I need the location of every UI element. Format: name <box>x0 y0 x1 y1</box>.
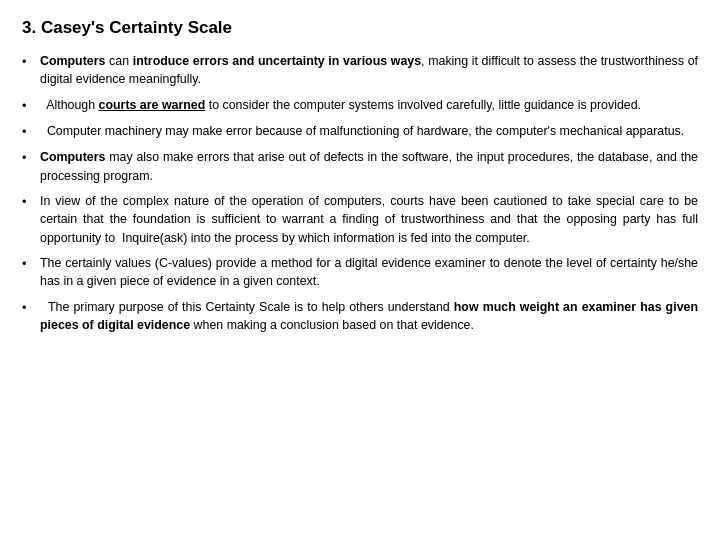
text-span: courts are warned <box>99 98 206 112</box>
bullet-text: The primary purpose of this Certainty Sc… <box>40 298 698 335</box>
bullet-text: Computer machinery may make error becaus… <box>40 122 698 140</box>
list-item: • Although courts are warned to consider… <box>22 96 698 115</box>
text-span: Computers <box>40 150 105 164</box>
text-span: The certainly values (C-values) provide … <box>40 256 698 288</box>
text-span: when making a conclusion based on that e… <box>190 318 474 332</box>
list-item: • Computer machinery may make error beca… <box>22 122 698 141</box>
bullet-dot: • <box>22 192 40 211</box>
bullet-dot: • <box>22 254 40 273</box>
bullet-dot: • <box>22 96 40 115</box>
list-item: • The certainly values (C-values) provid… <box>22 254 698 291</box>
bullet-text: Computers can introduce errors and uncer… <box>40 52 698 89</box>
text-span: In view of the complex nature of the ope… <box>40 194 698 245</box>
bullet-text: In view of the complex nature of the ope… <box>40 192 698 247</box>
bullet-dot: • <box>22 298 40 317</box>
text-span: Although <box>40 98 99 112</box>
bullet-dot: • <box>22 52 40 71</box>
text-span: to consider the computer systems involve… <box>205 98 641 112</box>
text-span: Computers <box>40 54 105 68</box>
list-item: • Computers can introduce errors and unc… <box>22 52 698 89</box>
text-span: introduce errors and uncertainty in vari… <box>133 54 421 68</box>
list-item: • Computers may also make errors that ar… <box>22 148 698 185</box>
bullet-dot: • <box>22 148 40 167</box>
page-title: 3. Casey's Certainty Scale <box>22 18 698 38</box>
text-span: can <box>105 54 132 68</box>
bullet-dot: • <box>22 122 40 141</box>
bullet-list: • Computers can introduce errors and unc… <box>22 52 698 334</box>
bullet-text: Although courts are warned to consider t… <box>40 96 698 114</box>
bullet-text: Computers may also make errors that aris… <box>40 148 698 185</box>
text-span: Computer machinery may make error becaus… <box>40 124 684 138</box>
bullet-text: The certainly values (C-values) provide … <box>40 254 698 291</box>
list-item: • In view of the complex nature of the o… <box>22 192 698 247</box>
text-span: may also make errors that arise out of d… <box>40 150 698 182</box>
page-container: 3. Casey's Certainty Scale • Computers c… <box>0 0 720 540</box>
text-span: The primary purpose of this Certainty Sc… <box>40 300 454 314</box>
list-item: • The primary purpose of this Certainty … <box>22 298 698 335</box>
